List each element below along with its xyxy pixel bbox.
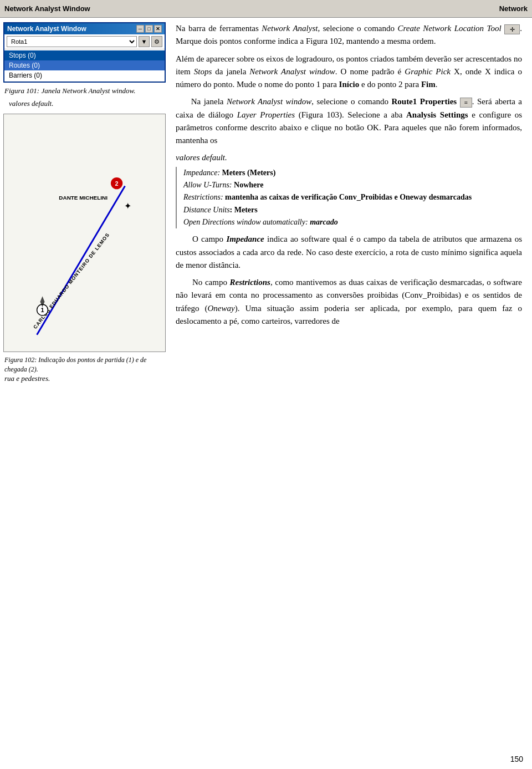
param-list: Impedance: Meters (Meters) Allow U-Turns… — [176, 167, 522, 229]
para3: Na janela Network Analyst window, seleci… — [176, 95, 522, 147]
naw-list-item-barriers[interactable]: Barriers (0) — [4, 70, 165, 80]
fig101-caption-area: Figura 101: Janela Network Analyst windo… — [0, 83, 169, 108]
svg-text:DANTE MICHELINI: DANTE MICHELINI — [59, 195, 108, 201]
minimize-button[interactable]: ─ — [136, 25, 144, 33]
para2: Além de aparecer sobre os eixos de logra… — [176, 53, 522, 91]
svg-text:1: 1 — [40, 307, 44, 313]
route-dropdown[interactable]: Rota1 — [7, 36, 137, 47]
para5: No campo Restrictions, como mantivemos a… — [176, 276, 522, 328]
naw-list-item-stops[interactable]: Stops (0) — [4, 50, 165, 60]
param-u-turns: Allow U-Turns: Nowhere — [183, 179, 522, 191]
naw-action-button[interactable]: ⚙ — [151, 36, 162, 47]
toolbar-icon-1: ✛ — [504, 24, 520, 34]
left-column: Network Analyst Window ─ □ ✕ Rota1 ▼ ⚙ S… — [0, 18, 169, 374]
map-diagram: CARLOS EDUARDO MONTEIRO DE LEMOS DANTE M… — [3, 114, 166, 352]
values-default-label: valores default. — [176, 151, 522, 164]
bottom-row: rua e pedestres. — [0, 374, 532, 383]
network-analyst-window: Network Analyst Window ─ □ ✕ Rota1 ▼ ⚙ S… — [3, 22, 166, 83]
param-distance: Distance Units: Meters — [183, 204, 522, 216]
section-label: Network — [499, 4, 528, 13]
bottom-left: rua e pedestres. — [0, 374, 169, 383]
svg-rect-0 — [4, 115, 165, 352]
dropdown-arrow-button[interactable]: ▼ — [139, 36, 150, 47]
naw-list-item-routes[interactable]: Routes (0) — [4, 60, 165, 70]
fig101-values: valores default. — [4, 99, 165, 108]
param-impedance: Impedance: Meters (Meters) — [183, 167, 522, 179]
fig102-caption: Figura 102: Indicação dos pontos de part… — [0, 352, 169, 374]
svg-text:2: 2 — [115, 180, 119, 187]
restore-button[interactable]: □ — [145, 25, 153, 33]
param-restrictions: Restrictions: mantenha as caixas de veri… — [183, 191, 522, 203]
param-directions: Open Directions window automatically: ma… — [183, 216, 522, 228]
window-title: Network Analyst Window — [4, 4, 90, 13]
svg-text:✦: ✦ — [124, 201, 131, 211]
naw-list: Stops (0) Routes (0) Barriers (0) — [4, 49, 165, 82]
map-svg: CARLOS EDUARDO MONTEIRO DE LEMOS DANTE M… — [4, 114, 165, 352]
naw-titlebar-icons: ─ □ ✕ — [136, 25, 162, 33]
naw-title: Network Analyst Window — [7, 25, 86, 33]
top-bar: Network Analyst Window Network — [0, 0, 532, 18]
para1: Na barra de ferramentas Network Analyst,… — [176, 22, 522, 48]
close-button[interactable]: ✕ — [154, 25, 162, 33]
toolbar-icon-2: ≡ — [460, 98, 472, 108]
naw-dropdown-row: Rota1 ▼ ⚙ — [4, 34, 165, 49]
page-body: Network Analyst Window ─ □ ✕ Rota1 ▼ ⚙ S… — [0, 18, 532, 374]
fig101-caption: Figura 101: Janela Network Analyst windo… — [4, 86, 165, 96]
bottom-left-text: rua e pedestres. — [4, 374, 50, 383]
right-column: Na barra de ferramentas Network Analyst,… — [169, 18, 532, 374]
bottom-right — [169, 374, 532, 383]
para4: O campo Impedance indica ao software qua… — [176, 233, 522, 272]
naw-titlebar: Network Analyst Window ─ □ ✕ — [4, 23, 165, 34]
page-number: 150 — [510, 755, 523, 763]
